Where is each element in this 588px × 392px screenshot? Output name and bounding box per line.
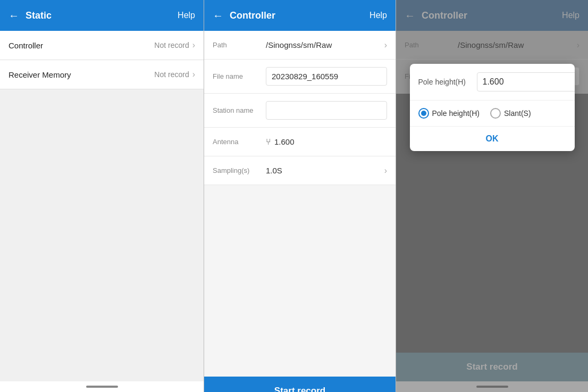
station-input-container <box>266 101 387 120</box>
radio-slant[interactable]: Slant(S) <box>490 108 531 119</box>
sampling-label: Sampling(s) <box>213 166 266 174</box>
filename-label: File name <box>213 72 266 80</box>
panel1-title: Static <box>26 10 178 21</box>
panel2-title: Controller <box>230 10 369 21</box>
controller-status: Not record <box>154 41 189 49</box>
antenna-row[interactable]: Antenna ⑂ 1.600 <box>204 128 396 156</box>
radio-slant-circle <box>490 108 501 119</box>
receiver-memory-status: Not record <box>154 70 189 79</box>
panel-controller-with-dialog: ← Controller Help Path /Sinognss/sm/Raw … <box>396 0 588 392</box>
radio-slant-label: Slant(S) <box>504 109 531 118</box>
sampling-value: 1.0S <box>266 166 380 175</box>
panel2-help-button[interactable]: Help <box>369 11 387 20</box>
panel-controller: ← Controller Help Path /Sinognss/sm/Raw … <box>204 0 396 392</box>
radio-pole-height-filled <box>421 111 426 116</box>
panel2-back-button[interactable]: ← <box>213 10 223 22</box>
radio-pole-height-circle <box>418 108 429 119</box>
dialog-ok-button[interactable]: OK <box>410 127 575 151</box>
antenna-icon: ⑂ <box>266 137 271 147</box>
dialog-radio-row: Pole height(H) Slant(S) <box>410 101 575 127</box>
antenna-value-container: ⑂ 1.600 <box>266 137 295 147</box>
station-row: Station name <box>204 94 396 128</box>
panel1-bottom-indicator <box>86 386 118 388</box>
sampling-arrow-icon: › <box>384 166 387 176</box>
filename-input-container <box>266 67 387 86</box>
station-label: Station name <box>213 106 266 114</box>
panel1-back-button[interactable]: ← <box>9 10 19 22</box>
receiver-memory-right: Not record › <box>154 70 195 79</box>
antenna-label: Antenna <box>213 138 266 146</box>
path-label: Path <box>213 41 266 49</box>
start-record-button[interactable]: Start record <box>204 377 396 392</box>
panel1-header: ← Static Help <box>0 0 204 31</box>
controller-right: Not record › <box>154 40 195 50</box>
receiver-memory-chevron-icon: › <box>192 70 195 79</box>
radio-pole-height-label: Pole height(H) <box>432 109 480 118</box>
radio-pole-height[interactable]: Pole height(H) <box>418 108 480 119</box>
dialog-pole-height-row: Pole height(H) <box>410 64 575 101</box>
path-arrow-icon: › <box>384 40 387 50</box>
panel2-header: ← Controller Help <box>204 0 396 31</box>
dialog-ok-text: OK <box>486 134 499 143</box>
receiver-memory-menu-item[interactable]: Receiver Memory Not record › <box>0 60 204 89</box>
path-row: Path /Sinognss/sm/Raw › <box>204 31 396 60</box>
panel1-help-button[interactable]: Help <box>178 11 195 20</box>
sampling-row[interactable]: Sampling(s) 1.0S › <box>204 156 396 185</box>
panel-static: ← Static Help Controller Not record › Re… <box>0 0 204 392</box>
dialog-pole-height-input[interactable] <box>477 72 575 91</box>
controller-label: Controller <box>9 41 43 50</box>
filename-input[interactable] <box>266 67 387 86</box>
panel2-empty-area <box>204 185 396 377</box>
panel1-empty-area <box>0 89 204 381</box>
dialog-pole-height-label: Pole height(H) <box>418 78 477 86</box>
filename-row: File name <box>204 60 396 94</box>
controller-menu-item[interactable]: Controller Not record › <box>0 31 204 60</box>
receiver-memory-label: Receiver Memory <box>9 70 71 79</box>
antenna-dialog: Pole height(H) Pole height(H) Slant(S) <box>410 64 575 151</box>
path-value: /Sinognss/sm/Raw <box>266 40 380 49</box>
controller-chevron-icon: › <box>192 40 195 50</box>
station-input[interactable] <box>266 101 387 120</box>
antenna-value: 1.600 <box>274 137 295 146</box>
dialog-overlay: Pole height(H) Pole height(H) Slant(S) <box>396 0 588 392</box>
panel2-form: Path /Sinognss/sm/Raw › File name Statio… <box>204 31 396 377</box>
panel1-bottom-bar <box>0 381 204 392</box>
